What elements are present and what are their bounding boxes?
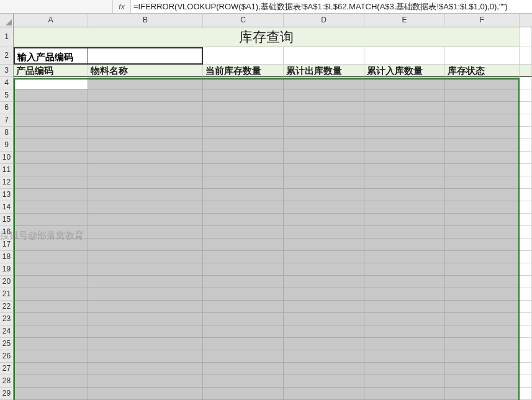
col-header-b[interactable]: B — [88, 14, 203, 27]
row-header-4[interactable]: 4 — [0, 77, 14, 89]
cell[interactable] — [445, 313, 520, 325]
cell[interactable] — [14, 102, 88, 114]
cell[interactable] — [364, 338, 445, 350]
cell[interactable] — [445, 189, 520, 201]
cell[interactable] — [284, 176, 364, 189]
row-header-9[interactable]: 9 — [0, 139, 14, 152]
cell[interactable] — [14, 251, 88, 263]
cell[interactable] — [284, 388, 364, 400]
cell[interactable] — [364, 47, 445, 65]
header-product-code[interactable]: 产品编码 — [14, 65, 88, 77]
cell[interactable] — [284, 338, 364, 350]
cell[interactable] — [520, 102, 532, 114]
row-header-16[interactable]: 16 — [0, 226, 14, 239]
cell[interactable] — [203, 201, 284, 214]
cell[interactable] — [520, 164, 532, 176]
cell[interactable] — [520, 276, 532, 288]
cell[interactable] — [445, 350, 520, 363]
cell[interactable] — [203, 313, 284, 325]
cell[interactable] — [88, 251, 203, 263]
cell[interactable] — [445, 47, 520, 65]
formula-input[interactable]: =IFERROR(VLOOKUP(ROW($A1),基础数据表!$A$1:$L$… — [130, 0, 532, 13]
cell[interactable] — [14, 214, 88, 226]
cell-a4-active[interactable] — [14, 77, 88, 89]
cell[interactable] — [445, 363, 520, 375]
cell[interactable] — [520, 313, 532, 325]
cell[interactable] — [14, 152, 88, 164]
cell[interactable] — [203, 363, 284, 375]
row-header-10[interactable]: 10 — [0, 152, 14, 164]
cell[interactable] — [364, 102, 445, 114]
cell[interactable] — [88, 350, 203, 363]
cell[interactable] — [445, 276, 520, 288]
cell[interactable] — [203, 47, 284, 65]
row-header-20[interactable]: 20 — [0, 276, 14, 288]
cell[interactable] — [88, 164, 203, 176]
cell[interactable] — [520, 27, 532, 47]
cell[interactable] — [520, 338, 532, 350]
select-all-corner[interactable] — [0, 14, 14, 27]
cell[interactable] — [88, 201, 203, 214]
cell[interactable] — [520, 363, 532, 375]
cell[interactable] — [284, 363, 364, 375]
cell[interactable] — [364, 251, 445, 263]
col-header-extra[interactable] — [520, 14, 532, 27]
cell[interactable] — [88, 102, 203, 114]
cell[interactable] — [203, 251, 284, 263]
cell[interactable] — [520, 114, 532, 127]
cell[interactable] — [88, 152, 203, 164]
grid[interactable]: 库存查询 输入产品编码 产品编码 物料名称 当前库存数量 累计出库数量 累计入库… — [14, 27, 532, 400]
cell[interactable] — [445, 214, 520, 226]
cell[interactable] — [203, 77, 284, 89]
cell[interactable] — [14, 114, 88, 127]
cell[interactable] — [364, 189, 445, 201]
row-header-25[interactable]: 25 — [0, 338, 14, 350]
cell[interactable] — [284, 89, 364, 102]
name-box[interactable] — [0, 0, 113, 13]
row-header-15[interactable]: 15 — [0, 214, 14, 226]
cell[interactable] — [14, 338, 88, 350]
cell[interactable] — [14, 276, 88, 288]
cell[interactable] — [445, 164, 520, 176]
cell[interactable] — [14, 363, 88, 375]
cell[interactable] — [284, 350, 364, 363]
cell[interactable] — [88, 239, 203, 251]
cell[interactable] — [88, 114, 203, 127]
cell[interactable] — [364, 164, 445, 176]
cell[interactable] — [284, 239, 364, 251]
cell[interactable] — [284, 288, 364, 301]
cell[interactable] — [203, 139, 284, 152]
cell[interactable] — [364, 276, 445, 288]
cell[interactable] — [203, 152, 284, 164]
row-header-19[interactable]: 19 — [0, 263, 14, 276]
cell[interactable] — [445, 102, 520, 114]
input-product-code-value[interactable] — [88, 47, 203, 65]
row-header-27[interactable]: 27 — [0, 363, 14, 375]
cell[interactable] — [520, 263, 532, 276]
cell[interactable] — [364, 176, 445, 189]
cell[interactable] — [364, 301, 445, 313]
cell[interactable] — [14, 313, 88, 325]
col-header-e[interactable]: E — [364, 14, 445, 27]
row-header-28[interactable]: 28 — [0, 375, 14, 388]
row-header-8[interactable]: 8 — [0, 127, 14, 139]
row-header-18[interactable]: 18 — [0, 251, 14, 263]
row-header-23[interactable]: 23 — [0, 313, 14, 325]
row-header-24[interactable]: 24 — [0, 325, 14, 338]
cell[interactable] — [520, 77, 532, 89]
cell[interactable] — [445, 325, 520, 338]
cell[interactable] — [445, 239, 520, 251]
cell[interactable] — [203, 338, 284, 350]
cell[interactable] — [203, 375, 284, 388]
row-header-17[interactable]: 17 — [0, 239, 14, 251]
cell[interactable] — [520, 89, 532, 102]
cell[interactable] — [284, 301, 364, 313]
cell[interactable] — [364, 313, 445, 325]
cell[interactable] — [520, 239, 532, 251]
col-header-a[interactable]: A — [14, 14, 88, 27]
cell[interactable] — [284, 77, 364, 89]
row-header-21[interactable]: 21 — [0, 288, 14, 301]
cell[interactable] — [284, 139, 364, 152]
cell[interactable] — [203, 214, 284, 226]
cell[interactable] — [364, 139, 445, 152]
